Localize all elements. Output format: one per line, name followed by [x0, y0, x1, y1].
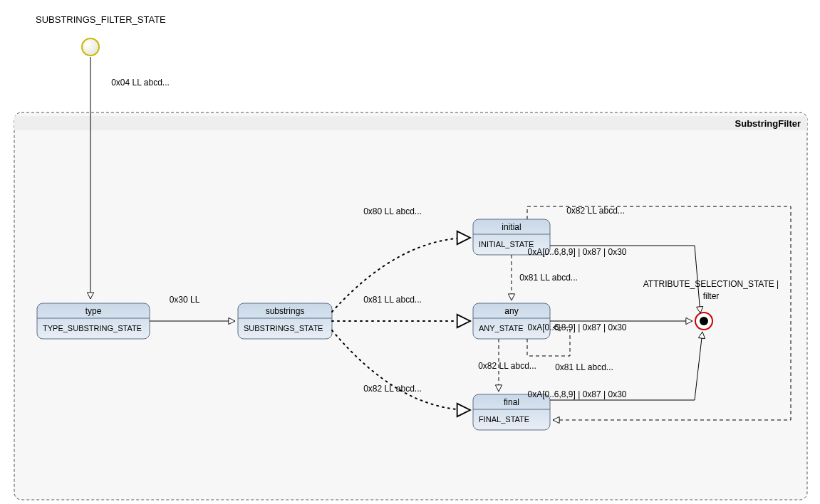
edge-any-to-exit-label: 0xA[0..6,8,9] | 0x87 | 0x30	[528, 322, 627, 332]
exit-state-label-2: filter	[703, 291, 720, 301]
state-initial-sub: INITIAL_STATE	[479, 240, 534, 248]
state-initial-title: initial	[502, 222, 521, 232]
state-final-title: final	[504, 397, 519, 407]
state-any-sub: ANY_STATE	[479, 324, 524, 332]
edge-any-self-label: 0x81 LL abcd...	[555, 362, 613, 372]
svg-point-19	[700, 317, 708, 325]
edge-any-to-final-label: 0x82 LL abcd...	[478, 361, 536, 371]
edge-sub-to-any-label: 0x81 LL abcd...	[363, 295, 422, 305]
svg-point-0	[82, 38, 99, 56]
edge-sub-to-initial-label: 0x80 LL abcd...	[363, 206, 422, 216]
start-state	[82, 38, 99, 56]
edge-start-to-type-label: 0x04 LL abcd...	[111, 78, 170, 88]
edge-initial-to-exit-label: 0xA[0..6,8,9] | 0x87 | 0x30	[528, 247, 627, 257]
state-type-sub: TYPE_SUBSTRING_STATE	[43, 324, 142, 332]
edge-sub-to-final-label: 0x82 LL abcd...	[363, 384, 422, 394]
state-final-sub: FINAL_STATE	[479, 415, 529, 424]
state-diagram: SUBSTRINGS_FILTER_STATE SubstringFilter …	[0, 0, 820, 504]
state-substrings-sub: SUBSTRINGS_STATE	[244, 324, 323, 332]
exit-state-label-1: ATTRIBUTE_SELECTION_STATE |	[643, 279, 779, 289]
edge-initial-to-any-label: 0x81 LL abcd...	[519, 273, 578, 283]
state-type-title: type	[85, 306, 102, 316]
edge-final-to-exit-label: 0xA[0..6,8,9] | 0x87 | 0x30	[528, 389, 627, 399]
state-substrings: substrings SUBSTRINGS_STATE	[238, 303, 332, 339]
state-final: final FINAL_STATE	[473, 394, 550, 430]
state-substrings-title: substrings	[266, 306, 305, 316]
state-any: any ANY_STATE	[473, 303, 550, 339]
edge-initial-top-label: 0x82 LL abcd...	[566, 206, 625, 216]
svg-rect-2	[14, 116, 807, 130]
frame-title: SubstringFilter	[735, 118, 801, 129]
exit-state	[695, 313, 712, 330]
state-any-title: any	[504, 306, 518, 316]
state-type: type TYPE_SUBSTRING_STATE	[37, 303, 150, 339]
edge-type-to-substrings-label: 0x30 LL	[170, 295, 200, 305]
outer-title: SUBSTRINGS_FILTER_STATE	[36, 14, 166, 25]
